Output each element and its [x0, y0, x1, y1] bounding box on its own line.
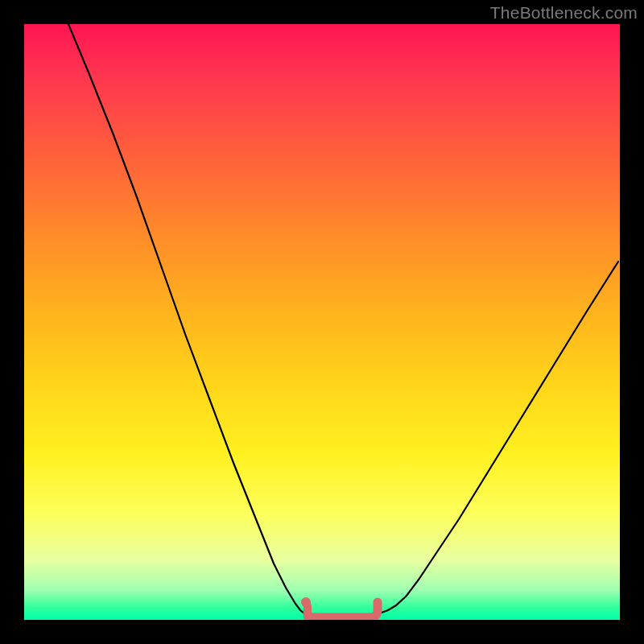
valley-highlight-stroke: [308, 602, 378, 617]
right-curve-line: [377, 262, 618, 613]
chart-plot-area: [24, 24, 620, 620]
watermark-text: TheBottleneck.com: [490, 3, 638, 23]
chart-frame: TheBottleneck.com: [0, 0, 644, 644]
left-curve-line: [68, 24, 304, 613]
valley-left-bump-dot: [301, 597, 311, 607]
chart-svg: [24, 24, 620, 620]
